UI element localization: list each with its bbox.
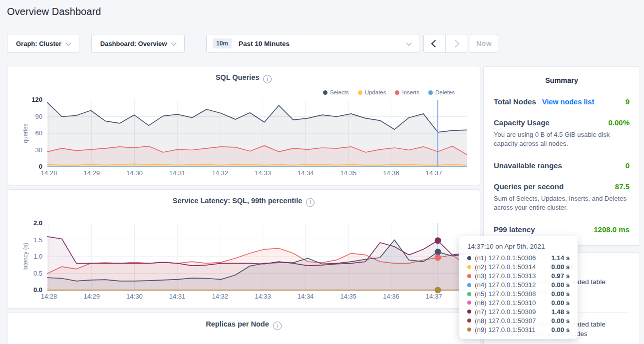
- summary-item-value: 0.00%: [608, 118, 630, 127]
- tooltip-row: (n5) 127.0.0.1:503080.00 s: [467, 290, 570, 299]
- tooltip-node-value: 0.97 s: [551, 272, 570, 280]
- tooltip-node-value: 0.00 s: [551, 281, 570, 289]
- chevron-left-icon: [431, 39, 439, 47]
- graph-dropdown[interactable]: Graph: Cluster: [7, 34, 79, 53]
- legend-dot: [323, 90, 327, 95]
- time-range-badge: 10m: [213, 38, 232, 48]
- legend-label: Updates: [365, 89, 386, 95]
- legend-item-updates[interactable]: Updates: [358, 89, 386, 95]
- page-title: Overview Dashboard: [7, 6, 101, 17]
- x-tick-label: 14:32: [212, 293, 228, 300]
- chart-title-row: SQL Queriesi: [7, 73, 480, 83]
- chart-legend: SelectsUpdatesInsertsDeletes: [323, 89, 455, 95]
- summary-item-desc: Sum of Selects, Updates, Inserts, and De…: [494, 194, 630, 213]
- x-tick-label: 14:37: [426, 169, 442, 177]
- node-color-dot: [467, 274, 471, 278]
- tooltip-node-value: 0.00 s: [551, 317, 570, 325]
- tooltip-row: (n7) 127.0.0.1:503091.48 s: [467, 307, 570, 316]
- summary-item-label: Unavailable ranges: [494, 161, 562, 170]
- prev-range-button[interactable]: [424, 34, 446, 52]
- legend-item-inserts[interactable]: Inserts: [395, 89, 419, 95]
- summary-item: Queries per second87.5Sum of Selects, Up…: [494, 176, 630, 219]
- tooltip-row: (n2) 127.0.0.1:503140.00 s: [467, 263, 570, 272]
- summary-item-label: Total Nodes: [494, 97, 536, 106]
- tooltip-row: (n8) 127.0.0.1:503070.00 s: [467, 316, 570, 325]
- y-tick-label: 1.5: [11, 236, 42, 244]
- view-nodes-link[interactable]: View nodes list: [542, 98, 595, 106]
- chevron-right-icon: [451, 39, 459, 47]
- dashboard-dropdown[interactable]: Dashboard: Overview: [91, 34, 185, 53]
- node-color-dot: [467, 256, 471, 260]
- sql-queries-title: SQL Queries: [216, 73, 260, 81]
- service-latency-panel: Service Latency: SQL, 99th percentilei l…: [7, 189, 480, 309]
- y-tick-label: 0: [11, 163, 42, 170]
- tooltip-node-value: 1.14 s: [551, 254, 570, 262]
- chart-title-row: Service Latency: SQL, 99th percentilei: [7, 197, 480, 207]
- crosshair-dot: [435, 249, 441, 255]
- legend-label: Inserts: [402, 89, 419, 95]
- x-tick-label: 14:32: [212, 169, 228, 177]
- tooltip-node-label: (n3) 127.0.0.1:50313: [475, 272, 548, 280]
- time-range-arrows: [423, 34, 467, 53]
- node-color-dot: [467, 310, 471, 314]
- node-color-dot: [467, 319, 471, 323]
- x-tick-label: 14:36: [383, 293, 399, 300]
- sql-queries-plot[interactable]: [47, 100, 467, 168]
- x-tick-label: 14:34: [298, 169, 314, 177]
- summary-item-row: Unavailable ranges0: [494, 161, 630, 170]
- tooltip-node-value: 0.00 s: [551, 263, 570, 271]
- tooltip-row: (n3) 127.0.0.1:503130.97 s: [467, 272, 570, 281]
- next-range-button[interactable]: [446, 34, 467, 52]
- legend-item-deletes[interactable]: Deletes: [428, 89, 455, 95]
- legend-item-selects[interactable]: Selects: [323, 89, 349, 95]
- tooltip-node-value: 1.48 s: [551, 308, 570, 316]
- x-tick-label: 14:33: [255, 169, 271, 177]
- service-latency-title: Service Latency: SQL, 99th percentile: [173, 197, 303, 205]
- now-button[interactable]: Now: [470, 34, 498, 53]
- summary-item-row: P99 latency1208.0 ms: [494, 225, 630, 234]
- y-tick-label: 30: [11, 146, 42, 154]
- tooltip-node-label: (n9) 127.0.0.1:50311: [475, 326, 548, 334]
- node-color-dot: [467, 328, 471, 332]
- summary-item: Total NodesView nodes list9: [494, 91, 630, 112]
- chevron-down-icon: [171, 40, 177, 45]
- tooltip-row: (n1) 127.0.0.1:503061.14 s: [467, 254, 570, 263]
- x-tick-label: 14:30: [126, 169, 143, 177]
- x-tick-label: 14:36: [383, 169, 399, 177]
- tooltip-node-value: 0.00 s: [551, 290, 570, 298]
- y-tick-label: 0.0: [11, 286, 42, 294]
- tooltip-row: (n6) 127.0.0.1:503100.00 s: [467, 298, 570, 307]
- y-tick-label: 90: [11, 113, 42, 120]
- summary-item-value: 87.5: [615, 182, 630, 191]
- tooltip-date: on Apr 5th, 2021: [495, 243, 545, 250]
- overview-dashboard-page: Overview Dashboard Graph: Cluster Dashbo…: [0, 0, 644, 344]
- service-latency-plot[interactable]: [47, 223, 467, 291]
- summary-item-desc: You are using 0 B of 4.5 GiB usable disk…: [494, 130, 630, 149]
- time-range-picker[interactable]: 10m Past 10 Minutes: [206, 34, 419, 53]
- info-icon[interactable]: i: [263, 75, 272, 83]
- x-tick-label: 14:28: [41, 169, 57, 177]
- summary-items: Total NodesView nodes list9Capacity Usag…: [484, 91, 640, 240]
- x-tick-label: 14:29: [83, 169, 100, 177]
- dashboard-dropdown-label: Dashboard: Overview: [100, 40, 167, 47]
- x-tick-label: 14:33: [255, 293, 271, 300]
- tooltip-timestamp: 14:37:10 on Apr 5th, 2021: [467, 243, 570, 250]
- chevron-down-icon: [406, 40, 411, 45]
- node-color-dot: [467, 301, 471, 305]
- tooltip-row: (n9) 127.0.0.1:503110.00 s: [467, 325, 570, 334]
- x-tick-label: 14:34: [298, 293, 314, 300]
- controls-divider: [197, 34, 197, 53]
- tooltip-node-label: (n4) 127.0.0.1:50312: [475, 281, 548, 289]
- tooltip-node-label: (n7) 127.0.0.1:50309: [475, 308, 548, 316]
- tooltip-node-label: (n5) 127.0.0.1:50308: [475, 290, 548, 298]
- summary-item-row: Capacity Usage0.00%: [494, 118, 630, 127]
- y-tick-label: 60: [11, 129, 42, 137]
- crosshair-dot: [435, 287, 441, 294]
- y-tick-label: 0.5: [11, 270, 42, 277]
- tooltip-row: (n4) 127.0.0.1:503120.00 s: [467, 281, 570, 290]
- tooltip-rows: (n1) 127.0.0.1:503061.14 s(n2) 127.0.0.1…: [467, 254, 570, 334]
- tooltip-time: 14:37:10: [467, 243, 494, 250]
- info-icon[interactable]: i: [273, 322, 282, 330]
- tooltip-node-label: (n1) 127.0.0.1:50306: [475, 254, 548, 262]
- info-icon[interactable]: i: [306, 198, 315, 207]
